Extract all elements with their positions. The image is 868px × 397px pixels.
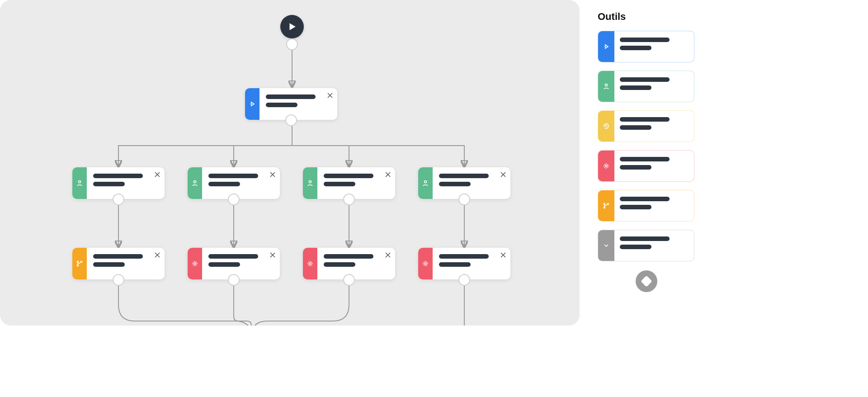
node-type-tab [72,248,87,279]
node-title-placeholder [208,174,258,178]
tool-item[interactable] [598,150,694,182]
node-subtitle-placeholder [439,262,471,267]
node-title-placeholder [324,254,373,259]
node-title-placeholder [93,174,143,178]
connection-dot[interactable] [458,194,470,205]
chevron-down-icon [603,242,610,249]
tool-title-placeholder [620,197,670,201]
node-type-tab [188,167,202,199]
close-icon[interactable] [384,251,392,259]
tool-item[interactable] [598,110,694,142]
person-icon [191,180,198,187]
node-title-placeholder [266,95,316,99]
node-subtitle-placeholder [208,182,240,186]
tool-subtitle-placeholder [620,85,651,90]
node-subtitle-placeholder [439,182,471,186]
connection-dot[interactable] [343,194,355,205]
end-node-tool[interactable] [636,270,657,292]
close-icon[interactable] [154,251,161,259]
node-subtitle-placeholder [324,182,355,186]
person-icon [76,180,83,187]
node-type-tab [245,88,259,120]
tool-title-placeholder [620,117,670,122]
close-icon[interactable] [269,251,276,259]
person-icon [307,180,314,187]
node-title-placeholder [93,254,143,259]
node-subtitle-placeholder [93,182,125,186]
play-icon [287,22,297,32]
node-title-placeholder [324,174,373,178]
connection-dot[interactable] [113,274,124,286]
connection-dot[interactable] [458,274,470,286]
person-icon [603,83,610,90]
flow-canvas[interactable] [0,0,580,326]
node-type-tab [303,167,317,199]
tool-title-placeholder [620,157,670,161]
tool-item[interactable] [598,190,694,222]
close-icon[interactable] [269,171,276,178]
tools-title: Outils [598,11,695,23]
node-title-placeholder [208,254,258,259]
tool-type-tab [598,151,614,181]
close-icon[interactable] [326,92,334,99]
tool-subtitle-placeholder [620,245,651,249]
node-subtitle-placeholder [93,262,125,267]
tool-type-tab [598,71,614,102]
tool-type-tab [598,190,614,221]
branch-icon [76,260,83,267]
node-type-tab [418,248,433,279]
play-forward-icon [603,43,610,50]
tool-subtitle-placeholder [620,46,651,50]
close-icon[interactable] [500,171,507,178]
tool-title-placeholder [620,236,670,241]
person-icon [422,180,429,187]
connection-dot[interactable] [228,274,240,286]
tool-item[interactable] [598,31,694,62]
branch-icon [603,202,610,209]
tool-item[interactable] [598,71,694,102]
node-subtitle-placeholder [266,103,297,107]
tool-item[interactable] [598,230,694,261]
node-subtitle-placeholder [324,262,355,267]
tool-type-tab [598,230,614,261]
connection-dot[interactable] [285,114,297,126]
gear-icon [191,260,198,267]
diamond-icon [641,275,652,287]
gear-icon [422,260,429,267]
tool-subtitle-placeholder [620,205,651,209]
tool-type-tab [598,31,614,62]
connection-dot[interactable] [286,38,298,50]
tools-panel: Outils [588,0,705,326]
close-icon[interactable] [500,251,507,259]
node-title-placeholder [439,254,489,259]
connection-dot[interactable] [228,194,240,205]
tool-title-placeholder [620,38,670,42]
history-icon [603,123,610,130]
start-node[interactable] [280,15,304,38]
node-title-placeholder [439,174,489,178]
node-type-tab [303,248,317,279]
gear-icon [603,162,610,170]
connection-dot[interactable] [343,274,355,286]
tool-type-tab [598,111,614,142]
connection-dot[interactable] [113,194,124,205]
close-icon[interactable] [384,171,392,178]
close-icon[interactable] [154,171,161,178]
node-subtitle-placeholder [208,262,240,267]
tool-subtitle-placeholder [620,125,651,130]
tool-title-placeholder [620,77,670,82]
gear-icon [307,260,314,267]
node-type-tab [188,248,202,279]
play-forward-icon [249,100,256,108]
node-type-tab [418,167,433,199]
tool-subtitle-placeholder [620,165,651,170]
node-type-tab [72,167,87,199]
